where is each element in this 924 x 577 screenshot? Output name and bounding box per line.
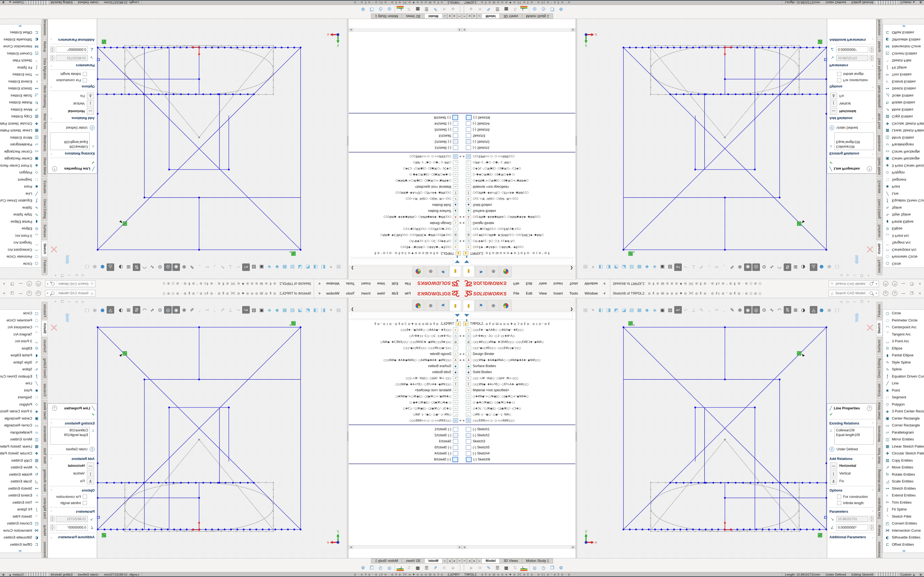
toolbar-icon[interactable]: ▣ [659, 264, 666, 271]
menu-item-window[interactable]: Window [582, 290, 601, 297]
panel-more-icon[interactable]: ❯ [351, 266, 354, 270]
collapse-icon[interactable]: ⌃ [872, 85, 874, 88]
tree-row[interactable]: Sketch3 [462, 133, 575, 139]
search-input[interactable] [835, 291, 866, 295]
toolbar-icon[interactable]: ▾ [590, 306, 596, 313]
tree-row[interactable]: (-) Sketch2 [462, 139, 575, 145]
toolbar-icon[interactable]: ▩ [281, 264, 288, 271]
flyout-item-trim-entities[interactable]: ✂Trim Entities [883, 71, 924, 78]
toolbar-icon[interactable]: ◨ [605, 264, 612, 271]
relation-button-vertical[interactable]: | [87, 100, 94, 107]
relation-button-fix[interactable]: ⚓ [87, 93, 94, 99]
format-icon[interactable]: ✎ [485, 564, 492, 571]
relations-listbox[interactable]: Collinear108Equal length109 [834, 427, 874, 445]
command-tab-markup[interactable]: Markup [876, 522, 882, 538]
doc-close-icon[interactable]: × [866, 300, 871, 304]
flyout-item-point[interactable]: ▪Point [883, 183, 924, 190]
search-box[interactable]: ◇ ▾ [45, 280, 95, 287]
expand-icon[interactable]: ▶ [462, 419, 466, 422]
toolbar-icon[interactable]: ● [818, 264, 825, 271]
flyout-item-polygon[interactable]: ◇Polygon [0, 169, 41, 176]
flyout-item-parallelogram[interactable]: ▱Parallelogram [0, 429, 41, 436]
toolbar-icon[interactable]: ◟ [721, 264, 728, 271]
flyout-item-convert-entities[interactable]: ◰Convert Entities [0, 520, 41, 527]
spin-down-icon[interactable]: ▼ [869, 519, 874, 522]
format-icon[interactable]: ◷ [540, 6, 547, 13]
expand-icon[interactable]: ▶ [462, 222, 466, 224]
spin-up-icon[interactable]: ▲ [50, 524, 55, 527]
menu-item-insert[interactable]: Insert [551, 281, 566, 287]
flyout-item-move-entities[interactable]: ↗Move Entities [883, 106, 924, 113]
panel-splitter-grip[interactable] [347, 136, 349, 146]
toolbar-icon[interactable]: ◧ [597, 306, 604, 313]
unit-system-icon[interactable]: ◈ [918, 0, 924, 5]
collapse-icon[interactable]: ⌃ [50, 489, 52, 492]
toolbar-icon[interactable]: ▧ [628, 306, 635, 313]
flyout-item-rotate-entities[interactable]: ↻Rotate Entities [883, 99, 924, 106]
toolbar-icon[interactable]: ◩ [613, 306, 620, 313]
tree-row[interactable]: ▶∩○ϛϛΕИΝ∩∩·○◦○·∩∩ΝИΕϛϛ○ [349, 417, 462, 424]
flyout-item-equation-driven-curve[interactable]: ƒEquation Driven Curve [0, 197, 41, 205]
toolbar-icon[interactable]: ∿ [768, 264, 775, 271]
flyout-item-line[interactable]: ╱Line [883, 190, 924, 198]
toolbar-icon[interactable]: ⌐ [683, 264, 690, 271]
flyout-item-circle[interactable]: ○Circle [0, 309, 41, 317]
flyout-item-tangent-arc[interactable]: ⌒Tangent Arc [0, 331, 41, 338]
status-custom-dropdown[interactable]: Custom ▴ [6, 572, 26, 577]
tree-row[interactable]: (-) Sketch6 [349, 114, 462, 121]
format-icon[interactable]: ⇅ [405, 6, 412, 13]
parameter-spinner[interactable]: ▲▼ [50, 524, 55, 530]
filter-icon[interactable] [464, 260, 469, 263]
parameter-spinner[interactable]: ▲▼ [50, 47, 55, 53]
minimize-button[interactable]: — [16, 281, 25, 287]
toolbar-icon[interactable]: ⊕ [181, 306, 187, 313]
flyout-item-3-point-arc[interactable]: ◡3 Point Arc [0, 338, 41, 345]
search-icon[interactable] [51, 282, 55, 285]
scroll-left-icon[interactable]: ◀ [462, 546, 467, 549]
tree-row[interactable]: ◆Solid Bodies [462, 202, 575, 208]
cancel-sketch-icon[interactable]: ✕ [49, 321, 58, 334]
tree-row[interactable]: (-) Sketch1 [462, 145, 575, 151]
toolbar-icon[interactable]: ✎ [729, 264, 736, 271]
tree-row[interactable]: (-) Sketch4 [462, 450, 575, 456]
toolbar-icon[interactable]: ↩ [242, 306, 250, 314]
tree-row[interactable]: ∟○ИΝ◦ϛ◦ᴸ◉○◦○◉ᴸ◦ϛ◦ΝИ○ [462, 411, 575, 417]
command-tab-surfaces[interactable]: Surfaces [42, 337, 48, 355]
flyout-item-partial-ellipse[interactable]: ◖Partial Ellipse [883, 218, 924, 226]
toolbar-icon[interactable]: ▧ [289, 264, 296, 271]
command-tab-surfaces[interactable]: Surfaces [876, 222, 882, 240]
format-icon[interactable]: ◎ [531, 564, 538, 571]
tree-row[interactable]: ▶∩○ϛϛΕИΝ∩∩·○◦○·∩∩ΝИΕϛϛ○ [462, 153, 575, 160]
tree-row[interactable]: ★○ϛϛΕ✚◦ᴸ◉ΛΑΦ○◦○ΦΑΛ◉ᴸ◦✚Εϛϛ○ [349, 244, 462, 250]
tree-row[interactable]: ✎○ϛϛ·∩Ж ᴸΑШ○◦○ШΑᴸ Ж∩·ϛϛ○ [462, 196, 575, 202]
tree-row[interactable]: ▶▯Design Binder [349, 220, 462, 226]
command-tab-mesh-modeling[interactable]: Mesh Modeling [876, 467, 882, 494]
toolbar-icon[interactable]: ▾ [590, 264, 596, 271]
format-icon[interactable]: ✎ [485, 6, 492, 13]
doc-tab-3d-views[interactable]: 3D Views [500, 558, 522, 564]
format-icon[interactable]: ◷ [377, 564, 384, 571]
tree-row[interactable]: ▶A○ϛϛИΝ◉◦✚Α✚◉ИΝΑ○◦○ΑΝИ◉✚Α✚◦◉ΝИϛϛ○ [349, 357, 462, 363]
flyout-item-parallelogram[interactable]: ▱Parallelogram [883, 141, 924, 148]
expand-icon[interactable]: ▶ [462, 353, 466, 355]
flyout-item-partial-ellipse[interactable]: ◖Partial Ellipse [883, 352, 924, 359]
spin-down-icon[interactable]: ▼ [869, 47, 874, 50]
format-icon[interactable]: ⇅ [512, 564, 519, 571]
panel-tab-featuremanager[interactable]: ▮ [463, 300, 474, 311]
spin-up-icon[interactable]: ▲ [50, 58, 55, 61]
expand-icon[interactable]: ▶ [462, 155, 466, 158]
flyout-item-copy-entities[interactable]: ▧Copy Entities [883, 457, 924, 464]
prev-doc-icon[interactable]: ◁ [839, 300, 843, 304]
toolbar-icon[interactable]: ◩ [304, 264, 311, 271]
filter-input[interactable] [351, 258, 454, 265]
tree-row[interactable]: ≔Material <not specified> [462, 184, 575, 190]
tree-row[interactable]: ▶▯Design Binder [462, 220, 575, 226]
toolbar-icon[interactable]: ✎ [698, 306, 705, 313]
spin-up-icon[interactable]: ▲ [869, 524, 874, 527]
tree-row[interactable]: ★○ϛϛΕ✚◦ᴸ◉ΛΑΦ○◦○ΦΑΛ◉ᴸ◦✚Εϛϛ○ [349, 327, 462, 333]
rollback-bar[interactable] [462, 152, 575, 153]
flyout-item-ellipse[interactable]: ⊙Ellipse [0, 345, 41, 352]
spin-down-icon[interactable]: ▼ [50, 527, 55, 530]
unit-system-icon[interactable]: ◈ [0, 572, 6, 577]
flyout-item-fit-spline[interactable]: ∫Fit Spline [0, 506, 41, 513]
